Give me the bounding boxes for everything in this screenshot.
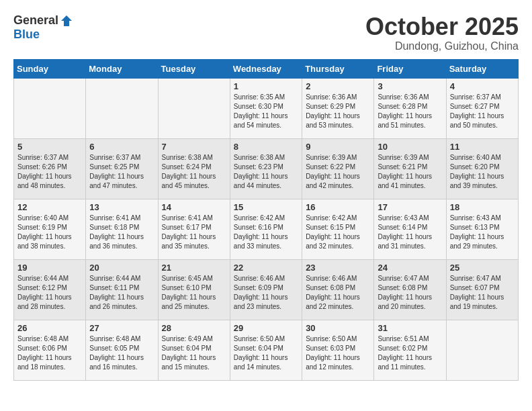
day-info: Sunrise: 6:44 AM Sunset: 6:12 PM Dayligh… bbox=[17, 274, 82, 312]
cell-w1-d4: 9Sunrise: 6:39 AM Sunset: 6:22 PM Daylig… bbox=[302, 138, 374, 199]
week-row-1: 5Sunrise: 6:37 AM Sunset: 6:26 PM Daylig… bbox=[14, 138, 519, 199]
month-title: October 2025 bbox=[365, 13, 519, 40]
day-number: 1 bbox=[234, 81, 298, 91]
cell-w0-d1 bbox=[86, 78, 158, 138]
day-number: 28 bbox=[162, 323, 226, 333]
day-info: Sunrise: 6:39 AM Sunset: 6:22 PM Dayligh… bbox=[306, 153, 370, 191]
day-info: Sunrise: 6:37 AM Sunset: 6:27 PM Dayligh… bbox=[450, 93, 515, 130]
day-number: 9 bbox=[306, 142, 370, 152]
logo-icon bbox=[60, 14, 73, 28]
cell-w1-d1: 6Sunrise: 6:37 AM Sunset: 6:25 PM Daylig… bbox=[86, 138, 158, 199]
cell-w2-d3: 15Sunrise: 6:42 AM Sunset: 6:16 PM Dayli… bbox=[230, 199, 302, 259]
day-info: Sunrise: 6:47 AM Sunset: 6:07 PM Dayligh… bbox=[450, 274, 515, 312]
day-info: Sunrise: 6:48 AM Sunset: 6:05 PM Dayligh… bbox=[89, 334, 154, 372]
day-info: Sunrise: 6:35 AM Sunset: 6:30 PM Dayligh… bbox=[234, 93, 298, 130]
cell-w4-d2: 28Sunrise: 6:49 AM Sunset: 6:04 PM Dayli… bbox=[158, 320, 230, 380]
cell-w2-d1: 13Sunrise: 6:41 AM Sunset: 6:18 PM Dayli… bbox=[86, 199, 158, 259]
location: Dundong, Guizhou, China bbox=[365, 40, 519, 52]
day-info: Sunrise: 6:40 AM Sunset: 6:19 PM Dayligh… bbox=[17, 214, 82, 251]
cell-w0-d3: 1Sunrise: 6:35 AM Sunset: 6:30 PM Daylig… bbox=[230, 78, 302, 138]
cell-w3-d1: 20Sunrise: 6:44 AM Sunset: 6:11 PM Dayli… bbox=[86, 259, 158, 320]
day-number: 12 bbox=[17, 202, 82, 212]
day-info: Sunrise: 6:42 AM Sunset: 6:15 PM Dayligh… bbox=[306, 214, 370, 251]
day-info: Sunrise: 6:46 AM Sunset: 6:08 PM Dayligh… bbox=[306, 274, 370, 312]
day-info: Sunrise: 6:49 AM Sunset: 6:04 PM Dayligh… bbox=[162, 334, 226, 372]
day-info: Sunrise: 6:38 AM Sunset: 6:23 PM Dayligh… bbox=[234, 153, 298, 191]
header-wednesday: Wednesday bbox=[230, 59, 302, 78]
logo-blue-text: Blue bbox=[13, 28, 40, 42]
day-info: Sunrise: 6:46 AM Sunset: 6:09 PM Dayligh… bbox=[234, 274, 298, 312]
cell-w4-d1: 27Sunrise: 6:48 AM Sunset: 6:05 PM Dayli… bbox=[86, 320, 158, 380]
day-number: 17 bbox=[378, 202, 442, 212]
day-info: Sunrise: 6:45 AM Sunset: 6:10 PM Dayligh… bbox=[162, 274, 226, 312]
day-info: Sunrise: 6:47 AM Sunset: 6:08 PM Dayligh… bbox=[378, 274, 442, 312]
day-number: 31 bbox=[378, 323, 442, 333]
day-info: Sunrise: 6:43 AM Sunset: 6:13 PM Dayligh… bbox=[450, 214, 515, 251]
header-friday: Friday bbox=[374, 59, 446, 78]
day-number: 29 bbox=[234, 323, 298, 333]
title-section: October 2025 Dundong, Guizhou, China bbox=[365, 13, 519, 52]
cell-w3-d2: 21Sunrise: 6:45 AM Sunset: 6:10 PM Dayli… bbox=[158, 259, 230, 320]
header-monday: Monday bbox=[86, 59, 158, 78]
week-row-0: 1Sunrise: 6:35 AM Sunset: 6:30 PM Daylig… bbox=[14, 78, 519, 138]
day-number: 18 bbox=[450, 202, 515, 212]
day-info: Sunrise: 6:50 AM Sunset: 6:03 PM Dayligh… bbox=[306, 334, 370, 372]
day-info: Sunrise: 6:48 AM Sunset: 6:06 PM Dayligh… bbox=[17, 334, 82, 372]
day-number: 10 bbox=[378, 142, 442, 152]
cell-w2-d5: 17Sunrise: 6:43 AM Sunset: 6:14 PM Dayli… bbox=[374, 199, 446, 259]
day-number: 6 bbox=[89, 142, 154, 152]
cell-w1-d2: 7Sunrise: 6:38 AM Sunset: 6:24 PM Daylig… bbox=[158, 138, 230, 199]
day-number: 3 bbox=[378, 81, 442, 91]
cell-w0-d6: 4Sunrise: 6:37 AM Sunset: 6:27 PM Daylig… bbox=[446, 78, 518, 138]
cell-w4-d3: 29Sunrise: 6:50 AM Sunset: 6:04 PM Dayli… bbox=[230, 320, 302, 380]
day-info: Sunrise: 6:41 AM Sunset: 6:17 PM Dayligh… bbox=[162, 214, 226, 251]
day-number: 27 bbox=[89, 323, 154, 333]
day-number: 7 bbox=[162, 142, 226, 152]
day-number: 30 bbox=[306, 323, 370, 333]
week-row-4: 26Sunrise: 6:48 AM Sunset: 6:06 PM Dayli… bbox=[14, 320, 519, 380]
logo: General Blue bbox=[13, 13, 73, 42]
day-number: 11 bbox=[450, 142, 515, 152]
week-row-2: 12Sunrise: 6:40 AM Sunset: 6:19 PM Dayli… bbox=[14, 199, 519, 259]
page-header: General Blue October 2025 Dundong, Guizh… bbox=[13, 13, 519, 52]
cell-w3-d0: 19Sunrise: 6:44 AM Sunset: 6:12 PM Dayli… bbox=[14, 259, 86, 320]
header-saturday: Saturday bbox=[446, 59, 518, 78]
cell-w0-d0 bbox=[14, 78, 86, 138]
week-row-3: 19Sunrise: 6:44 AM Sunset: 6:12 PM Dayli… bbox=[14, 259, 519, 320]
day-number: 22 bbox=[234, 263, 298, 273]
cell-w4-d6 bbox=[446, 320, 518, 380]
day-number: 23 bbox=[306, 263, 370, 273]
day-info: Sunrise: 6:50 AM Sunset: 6:04 PM Dayligh… bbox=[234, 334, 298, 372]
day-info: Sunrise: 6:42 AM Sunset: 6:16 PM Dayligh… bbox=[234, 214, 298, 251]
day-info: Sunrise: 6:41 AM Sunset: 6:18 PM Dayligh… bbox=[89, 214, 154, 251]
cell-w3-d3: 22Sunrise: 6:46 AM Sunset: 6:09 PM Dayli… bbox=[230, 259, 302, 320]
svg-marker-0 bbox=[61, 15, 72, 26]
cell-w3-d4: 23Sunrise: 6:46 AM Sunset: 6:08 PM Dayli… bbox=[302, 259, 374, 320]
day-number: 21 bbox=[162, 263, 226, 273]
calendar-header: Sunday Monday Tuesday Wednesday Thursday… bbox=[14, 59, 519, 78]
day-info: Sunrise: 6:40 AM Sunset: 6:20 PM Dayligh… bbox=[450, 153, 515, 191]
day-number: 16 bbox=[306, 202, 370, 212]
cell-w2-d2: 14Sunrise: 6:41 AM Sunset: 6:17 PM Dayli… bbox=[158, 199, 230, 259]
day-info: Sunrise: 6:39 AM Sunset: 6:21 PM Dayligh… bbox=[378, 153, 442, 191]
day-info: Sunrise: 6:43 AM Sunset: 6:14 PM Dayligh… bbox=[378, 214, 442, 251]
header-thursday: Thursday bbox=[302, 59, 374, 78]
cell-w1-d6: 11Sunrise: 6:40 AM Sunset: 6:20 PM Dayli… bbox=[446, 138, 518, 199]
cell-w1-d0: 5Sunrise: 6:37 AM Sunset: 6:26 PM Daylig… bbox=[14, 138, 86, 199]
day-number: 26 bbox=[17, 323, 82, 333]
cell-w0-d2 bbox=[158, 78, 230, 138]
day-number: 5 bbox=[17, 142, 82, 152]
day-info: Sunrise: 6:51 AM Sunset: 6:02 PM Dayligh… bbox=[378, 334, 442, 372]
logo-general-text: General bbox=[13, 13, 58, 28]
cell-w4-d5: 31Sunrise: 6:51 AM Sunset: 6:02 PM Dayli… bbox=[374, 320, 446, 380]
day-info: Sunrise: 6:44 AM Sunset: 6:11 PM Dayligh… bbox=[89, 274, 154, 312]
day-number: 24 bbox=[378, 263, 442, 273]
calendar-table: Sunday Monday Tuesday Wednesday Thursday… bbox=[13, 59, 519, 381]
day-info: Sunrise: 6:38 AM Sunset: 6:24 PM Dayligh… bbox=[162, 153, 226, 191]
day-number: 13 bbox=[89, 202, 154, 212]
header-sunday: Sunday bbox=[14, 59, 86, 78]
cell-w4-d4: 30Sunrise: 6:50 AM Sunset: 6:03 PM Dayli… bbox=[302, 320, 374, 380]
calendar-body: 1Sunrise: 6:35 AM Sunset: 6:30 PM Daylig… bbox=[14, 78, 519, 380]
day-number: 20 bbox=[89, 263, 154, 273]
day-number: 4 bbox=[450, 81, 515, 91]
